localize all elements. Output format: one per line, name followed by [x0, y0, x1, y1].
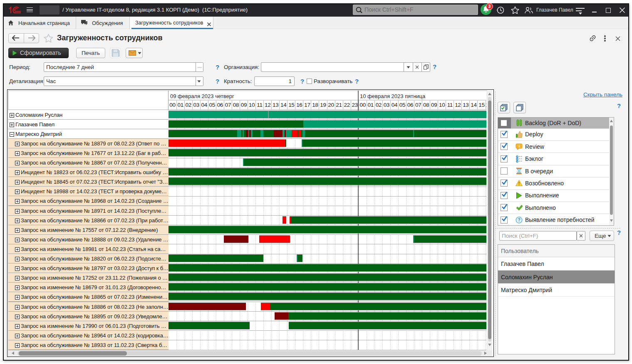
svg-text:?: ? [518, 218, 520, 222]
